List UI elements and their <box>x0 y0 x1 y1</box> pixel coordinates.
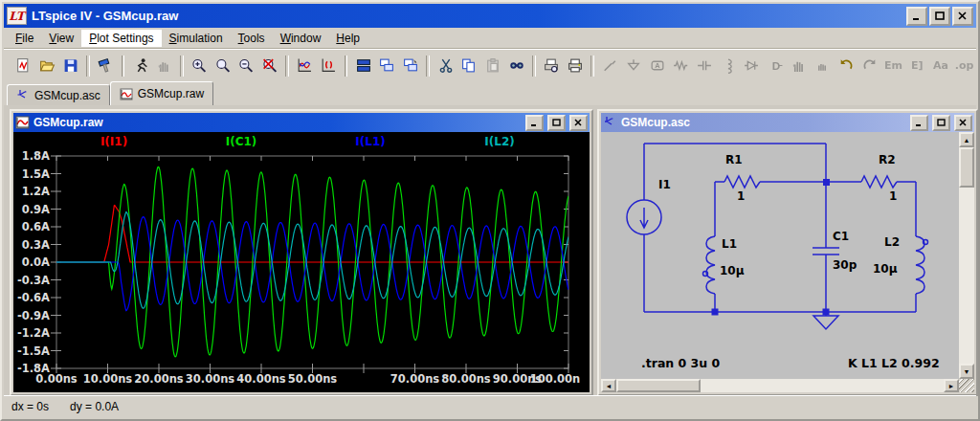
tab-gsmcup.raw[interactable]: GSMcup.raw <box>110 81 213 105</box>
toolbar-separator <box>345 55 348 77</box>
value-c1[interactable]: 30p <box>833 258 857 272</box>
value-l1[interactable]: 10µ <box>720 264 745 277</box>
menu-file[interactable]: File <box>8 30 41 47</box>
label-l1[interactable]: L1 <box>722 237 737 251</box>
value-r1[interactable]: 1 <box>737 189 745 203</box>
coupling-statement[interactable]: K L1 L2 0.992 <box>848 356 940 370</box>
copy-icon <box>460 57 478 74</box>
copy-button[interactable] <box>457 54 481 78</box>
waveform-close-button[interactable] <box>569 115 588 131</box>
tile-horizontal-button[interactable] <box>351 54 375 78</box>
close-button[interactable] <box>952 7 973 26</box>
plot-svg[interactable] <box>13 132 590 392</box>
zoom-to-fit-plot-button[interactable] <box>317 54 341 78</box>
scroll-up-button[interactable]: ▲ <box>959 132 974 147</box>
maximize-button[interactable] <box>929 7 950 26</box>
legend-I(L1)[interactable]: I(L1) <box>355 135 385 148</box>
find-button[interactable] <box>504 54 528 78</box>
schematic-close-button[interactable] <box>954 115 972 131</box>
menu-view[interactable]: View <box>41 30 81 47</box>
circuit-drawing <box>601 132 974 392</box>
menu-window[interactable]: Window <box>273 30 329 47</box>
toolbar-separator <box>285 55 289 77</box>
waveform-maximize-button[interactable] <box>547 115 566 131</box>
value-r2[interactable]: 1 <box>889 189 897 203</box>
paste-button <box>481 54 505 78</box>
inductor-l1 <box>706 236 715 294</box>
scroll-left-button[interactable]: ◄ <box>601 379 616 392</box>
print-preview-button[interactable] <box>540 54 564 78</box>
zoom-back-button[interactable] <box>211 54 234 78</box>
menu-simulation[interactable]: Simulation <box>162 30 231 47</box>
draw-wire-button <box>598 54 622 78</box>
spice-directive-tran[interactable]: .tran 0 3u 0 <box>641 356 720 370</box>
print-button[interactable] <box>563 54 587 78</box>
control-panel-hammer-button[interactable] <box>94 54 118 78</box>
zoom-out-button[interactable] <box>234 54 258 78</box>
tab-gsmcup.asc[interactable]: GSMcup.asc <box>7 84 110 105</box>
place-component-icon: D <box>767 57 784 74</box>
zoom-in-button[interactable] <box>188 54 212 78</box>
cut-icon <box>437 57 455 74</box>
svg-text:A: A <box>655 61 660 70</box>
label-l2[interactable]: L2 <box>884 235 900 249</box>
vertical-scroll-thumb[interactable] <box>959 147 974 188</box>
cascade-windows-button[interactable] <box>399 54 423 78</box>
label-c1[interactable]: C1 <box>833 230 849 243</box>
waveform-minimize-button[interactable] <box>525 115 544 131</box>
y-tick-label: -0.9A <box>13 309 50 322</box>
menu-help[interactable]: Help <box>328 30 368 47</box>
waveform-window: GSMcup.raw I(I1)I(C1)I(L1)I(L2)1.8A1.5A1… <box>10 109 593 396</box>
schematic-maximize-button[interactable] <box>932 115 950 131</box>
label-r1[interactable]: R1 <box>725 153 743 166</box>
resize-grip[interactable] <box>959 379 974 392</box>
horizontal-scroll-thumb[interactable] <box>616 379 701 392</box>
scroll-down-button[interactable]: ▼ <box>959 364 974 379</box>
edit-simulation-cmd-icon: E] <box>911 59 924 72</box>
ltspice-main-window: LT LTspice IV - GSMcup.raw FileViewPlot … <box>0 0 980 421</box>
place-text-button: Aa <box>929 54 953 78</box>
save-button[interactable] <box>58 54 82 78</box>
legend-I(L2)[interactable]: I(L2) <box>484 135 514 148</box>
legend-I(C1)[interactable]: I(C1) <box>226 135 257 148</box>
open-file-button[interactable] <box>35 54 59 78</box>
zoom-out-icon <box>237 57 255 74</box>
paste-icon <box>484 57 501 74</box>
title-bar[interactable]: LT LTspice IV - GSMcup.raw <box>4 4 976 28</box>
waveform-plot-area[interactable]: I(I1)I(C1)I(L1)I(L2)1.8A1.5A1.2A0.9A0.6A… <box>13 132 590 392</box>
resistor-r1 <box>724 176 760 188</box>
menu-tools[interactable]: Tools <box>231 30 273 47</box>
l2-phase-dot <box>924 240 928 245</box>
window-title: LTspice IV - GSMcup.raw <box>32 9 906 23</box>
waveform-window-titlebar[interactable]: GSMcup.raw <box>13 113 590 132</box>
tile-vertical-button[interactable] <box>375 54 399 78</box>
y-tick-label: 0.0A <box>13 255 50 269</box>
scroll-right-button[interactable]: ► <box>944 379 959 392</box>
mdi-workspace: GSMcup.raw I(I1)I(C1)I(L1)I(L2)1.8A1.5A1… <box>4 105 976 398</box>
toolbar-separator <box>590 55 594 77</box>
cut-button[interactable] <box>434 54 457 78</box>
label-i1[interactable]: I1 <box>658 178 671 191</box>
run-simulation-button[interactable] <box>128 54 152 78</box>
waveform-icon <box>15 116 30 129</box>
edit-attributes-icon: Em <box>884 59 902 72</box>
y-tick-label: 0.3A <box>13 238 50 252</box>
minimize-button[interactable] <box>906 7 927 26</box>
toolbar-separator <box>122 55 125 77</box>
toolbar-separator <box>532 55 536 77</box>
zoom-full-extents-button[interactable] <box>258 54 282 78</box>
schematic-canvas[interactable]: I1 R1 1 R2 1 L1 10µ C1 30p L2 10µ .tran … <box>601 132 974 392</box>
legend-I(I1)[interactable]: I(I1) <box>100 135 127 148</box>
drag-button <box>811 54 835 78</box>
schematic-window-titlebar[interactable]: GSMcup.asc <box>601 113 974 132</box>
redo-icon <box>861 57 879 74</box>
zoom-back-icon <box>214 57 232 74</box>
autorange-plot-button[interactable] <box>293 54 317 78</box>
undo-button[interactable] <box>835 54 858 78</box>
schematic-minimize-button[interactable] <box>910 115 928 131</box>
value-l2[interactable]: 10µ <box>873 262 898 276</box>
label-r2[interactable]: R2 <box>879 153 896 166</box>
menu-plot-settings[interactable]: Plot Settings <box>81 30 161 47</box>
new-schematic-button[interactable] <box>11 54 35 78</box>
y-tick-label: 0.6A <box>13 220 50 233</box>
